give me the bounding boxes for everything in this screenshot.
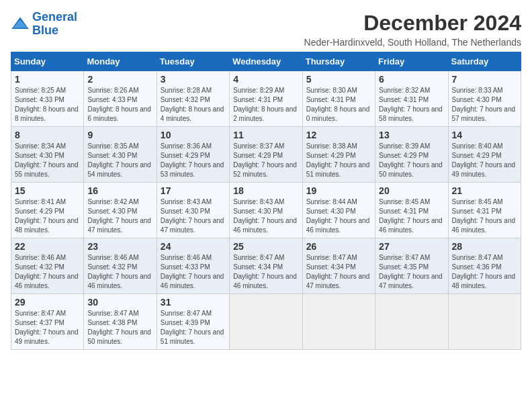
day-cell: 23 Sunrise: 8:46 AMSunset: 4:32 PMDaylig… <box>84 238 157 294</box>
day-number: 9 <box>87 130 152 140</box>
day-number: 25 <box>233 241 298 252</box>
day-number: 16 <box>87 185 152 196</box>
col-header-saturday: Saturday <box>448 52 521 71</box>
day-number: 29 <box>15 297 80 308</box>
logo: General Blue <box>11 11 77 38</box>
day-info: Sunrise: 8:39 AMSunset: 4:29 PMDaylight:… <box>379 142 444 179</box>
day-cell: 13 Sunrise: 8:39 AMSunset: 4:29 PMDaylig… <box>375 127 448 183</box>
day-number: 14 <box>452 130 517 140</box>
day-info: Sunrise: 8:47 AMSunset: 4:35 PMDaylight:… <box>379 253 444 291</box>
day-cell: 21 Sunrise: 8:45 AMSunset: 4:31 PMDaylig… <box>448 183 521 238</box>
day-info: Sunrise: 8:28 AMSunset: 4:32 PMDaylight:… <box>161 86 226 124</box>
day-cell: 17 Sunrise: 8:43 AMSunset: 4:30 PMDaylig… <box>157 183 229 238</box>
day-info: Sunrise: 8:25 AMSunset: 4:33 PMDaylight:… <box>15 86 80 124</box>
day-number: 18 <box>233 185 298 196</box>
day-cell <box>302 294 375 350</box>
col-header-tuesday: Tuesday <box>157 52 229 71</box>
day-cell: 10 Sunrise: 8:36 AMSunset: 4:29 PMDaylig… <box>157 127 229 183</box>
day-info: Sunrise: 8:26 AMSunset: 4:33 PMDaylight:… <box>87 86 152 124</box>
day-cell: 1 Sunrise: 8:25 AMSunset: 4:33 PMDayligh… <box>11 71 84 127</box>
day-cell: 4 Sunrise: 8:29 AMSunset: 4:31 PMDayligh… <box>230 71 302 127</box>
day-info: Sunrise: 8:47 AMSunset: 4:38 PMDaylight:… <box>87 309 152 347</box>
day-cell: 9 Sunrise: 8:35 AMSunset: 4:30 PMDayligh… <box>84 127 157 183</box>
day-cell: 11 Sunrise: 8:37 AMSunset: 4:29 PMDaylig… <box>230 127 302 183</box>
day-number: 7 <box>452 74 517 85</box>
day-info: Sunrise: 8:47 AMSunset: 4:39 PMDaylight:… <box>161 309 226 347</box>
day-cell: 2 Sunrise: 8:26 AMSunset: 4:33 PMDayligh… <box>84 71 157 127</box>
day-info: Sunrise: 8:41 AMSunset: 4:29 PMDaylight:… <box>15 197 80 235</box>
day-number: 19 <box>306 185 371 196</box>
day-number: 26 <box>306 241 371 252</box>
day-cell: 8 Sunrise: 8:34 AMSunset: 4:30 PMDayligh… <box>11 127 84 183</box>
day-cell: 14 Sunrise: 8:40 AMSunset: 4:29 PMDaylig… <box>448 127 521 183</box>
day-number: 22 <box>15 241 80 252</box>
day-info: Sunrise: 8:32 AMSunset: 4:31 PMDaylight:… <box>379 86 444 124</box>
col-header-friday: Friday <box>375 52 448 71</box>
day-number: 28 <box>452 241 517 252</box>
day-number: 8 <box>15 130 80 140</box>
day-number: 10 <box>161 130 226 140</box>
day-number: 20 <box>379 185 444 196</box>
day-cell: 18 Sunrise: 8:43 AMSunset: 4:30 PMDaylig… <box>230 183 302 238</box>
day-info: Sunrise: 8:37 AMSunset: 4:29 PMDaylight:… <box>233 142 298 179</box>
day-number: 24 <box>161 241 226 252</box>
day-info: Sunrise: 8:47 AMSunset: 4:34 PMDaylight:… <box>306 253 371 291</box>
day-info: Sunrise: 8:44 AMSunset: 4:30 PMDaylight:… <box>306 197 371 235</box>
col-header-monday: Monday <box>84 52 157 71</box>
day-number: 23 <box>87 241 152 252</box>
day-info: Sunrise: 8:47 AMSunset: 4:36 PMDaylight:… <box>452 253 517 291</box>
day-info: Sunrise: 8:42 AMSunset: 4:30 PMDaylight:… <box>87 197 152 235</box>
day-number: 31 <box>161 297 226 308</box>
day-info: Sunrise: 8:47 AMSunset: 4:34 PMDaylight:… <box>233 253 298 291</box>
week-row-2: 8 Sunrise: 8:34 AMSunset: 4:30 PMDayligh… <box>11 127 521 183</box>
day-cell: 31 Sunrise: 8:47 AMSunset: 4:39 PMDaylig… <box>157 294 229 350</box>
subtitle: Neder-Hardinxveld, South Holland, The Ne… <box>304 37 521 48</box>
day-cell: 7 Sunrise: 8:33 AMSunset: 4:30 PMDayligh… <box>448 71 521 127</box>
day-number: 27 <box>379 241 444 252</box>
calendar-table: SundayMondayTuesdayWednesdayThursdayFrid… <box>11 52 521 350</box>
day-cell: 24 Sunrise: 8:46 AMSunset: 4:33 PMDaylig… <box>157 238 229 294</box>
logo-text: General Blue <box>32 11 77 38</box>
day-info: Sunrise: 8:33 AMSunset: 4:30 PMDaylight:… <box>452 86 517 124</box>
day-info: Sunrise: 8:36 AMSunset: 4:29 PMDaylight:… <box>161 142 226 179</box>
day-cell: 12 Sunrise: 8:38 AMSunset: 4:29 PMDaylig… <box>302 127 375 183</box>
main-title: December 2024 <box>304 11 521 36</box>
day-info: Sunrise: 8:43 AMSunset: 4:30 PMDaylight:… <box>161 197 226 235</box>
page-header: General Blue December 2024 Neder-Hardinx… <box>11 11 521 48</box>
title-block: December 2024 Neder-Hardinxveld, South H… <box>304 11 521 48</box>
day-cell: 26 Sunrise: 8:47 AMSunset: 4:34 PMDaylig… <box>302 238 375 294</box>
day-info: Sunrise: 8:29 AMSunset: 4:31 PMDaylight:… <box>233 86 298 124</box>
day-number: 17 <box>161 185 226 196</box>
day-info: Sunrise: 8:47 AMSunset: 4:37 PMDaylight:… <box>15 309 80 347</box>
day-number: 3 <box>161 74 226 85</box>
day-info: Sunrise: 8:43 AMSunset: 4:30 PMDaylight:… <box>233 197 298 235</box>
day-number: 21 <box>452 185 517 196</box>
svg-marker-1 <box>13 19 28 28</box>
week-row-5: 29 Sunrise: 8:47 AMSunset: 4:37 PMDaylig… <box>11 294 521 350</box>
day-info: Sunrise: 8:35 AMSunset: 4:30 PMDaylight:… <box>87 142 152 179</box>
day-cell: 28 Sunrise: 8:47 AMSunset: 4:36 PMDaylig… <box>448 238 521 294</box>
day-info: Sunrise: 8:46 AMSunset: 4:32 PMDaylight:… <box>87 253 152 291</box>
week-row-3: 15 Sunrise: 8:41 AMSunset: 4:29 PMDaylig… <box>11 183 521 238</box>
day-number: 4 <box>233 74 298 85</box>
week-row-4: 22 Sunrise: 8:46 AMSunset: 4:32 PMDaylig… <box>11 238 521 294</box>
day-cell: 15 Sunrise: 8:41 AMSunset: 4:29 PMDaylig… <box>11 183 84 238</box>
week-row-1: 1 Sunrise: 8:25 AMSunset: 4:33 PMDayligh… <box>11 71 521 127</box>
day-number: 13 <box>379 130 444 140</box>
day-number: 6 <box>379 74 444 85</box>
col-header-sunday: Sunday <box>11 52 84 71</box>
day-info: Sunrise: 8:46 AMSunset: 4:32 PMDaylight:… <box>15 253 80 291</box>
day-info: Sunrise: 8:30 AMSunset: 4:31 PMDaylight:… <box>306 86 371 124</box>
logo-icon <box>11 15 30 34</box>
day-number: 5 <box>306 74 371 85</box>
day-cell <box>448 294 521 350</box>
day-cell: 5 Sunrise: 8:30 AMSunset: 4:31 PMDayligh… <box>302 71 375 127</box>
col-header-wednesday: Wednesday <box>230 52 302 71</box>
day-info: Sunrise: 8:46 AMSunset: 4:33 PMDaylight:… <box>161 253 226 291</box>
day-cell: 3 Sunrise: 8:28 AMSunset: 4:32 PMDayligh… <box>157 71 229 127</box>
day-info: Sunrise: 8:40 AMSunset: 4:29 PMDaylight:… <box>452 142 517 179</box>
day-cell <box>375 294 448 350</box>
day-cell: 29 Sunrise: 8:47 AMSunset: 4:37 PMDaylig… <box>11 294 84 350</box>
day-number: 1 <box>15 74 80 85</box>
day-cell <box>230 294 302 350</box>
